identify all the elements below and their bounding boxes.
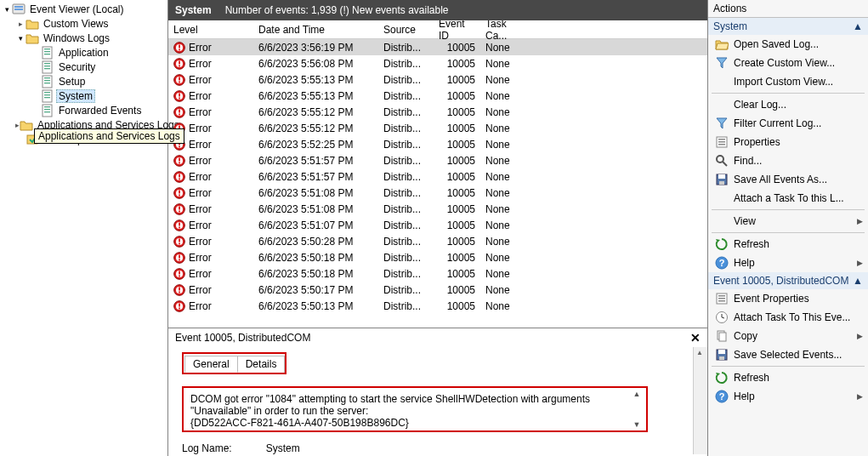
- tree-forwarded[interactable]: Forwarded Events: [0, 103, 167, 117]
- find-icon: [715, 154, 729, 168]
- log-header-bar: System Number of events: 1,939 (!) New e…: [168, 0, 707, 20]
- col-date[interactable]: Date and Time: [253, 21, 378, 38]
- detail-body: General Details DCOM got error "1084" at…: [168, 347, 707, 454]
- error-icon: [173, 187, 185, 199]
- tab-general[interactable]: General: [184, 356, 238, 373]
- center-pane: System Number of events: 1,939 (!) New e…: [168, 0, 708, 456]
- table-row[interactable]: Error6/6/2023 5:50:18 PMDistrib...10005N…: [168, 265, 707, 282]
- table-row[interactable]: Error6/6/2023 5:55:13 PMDistrib...10005N…: [168, 71, 707, 88]
- action-clear-log[interactable]: Clear Log...: [708, 95, 868, 114]
- action-help[interactable]: Help▶: [708, 254, 868, 272]
- table-row[interactable]: Error6/6/2023 5:55:13 PMDistrib...10005N…: [168, 88, 707, 104]
- help-icon: [715, 256, 729, 270]
- table-row[interactable]: Error6/6/2023 5:55:12 PMDistrib...10005N…: [168, 104, 707, 120]
- msg-line2: "Unavailable" in order to run the server…: [190, 405, 627, 417]
- actions-pane: Actions System▲ Open Saved Log... Create…: [708, 0, 868, 456]
- action-open-saved[interactable]: Open Saved Log...: [708, 35, 868, 54]
- action-save-selected[interactable]: Save Selected Events...: [708, 345, 868, 364]
- chevron-right-icon: ▶: [857, 259, 863, 267]
- col-source[interactable]: Source: [378, 21, 434, 38]
- tree-security[interactable]: Security: [0, 60, 167, 74]
- table-row[interactable]: Error6/6/2023 5:51:57 PMDistrib...10005N…: [168, 152, 707, 168]
- msg-scroll-down[interactable]: ▼: [631, 420, 643, 429]
- col-level[interactable]: Level: [168, 21, 253, 38]
- grid-body[interactable]: Error6/6/2023 3:56:19 PMDistrib...10005N…: [168, 39, 707, 328]
- save-icon: [715, 348, 729, 362]
- chevron-right-icon: ▶: [857, 217, 863, 225]
- chevron-right-icon: ▶: [857, 332, 863, 340]
- action-refresh-2[interactable]: Refresh: [708, 368, 868, 387]
- error-icon: [173, 219, 185, 231]
- error-icon: [173, 106, 185, 118]
- action-event-props[interactable]: Event Properties: [708, 289, 868, 308]
- action-create-custom[interactable]: Create Custom View...: [708, 54, 868, 72]
- error-icon: [173, 268, 185, 280]
- collapse-icon: ▲: [853, 275, 863, 287]
- table-row[interactable]: Error6/6/2023 5:51:08 PMDistrib...10005N…: [168, 201, 707, 217]
- error-icon: [173, 90, 185, 102]
- log-title: System: [175, 4, 212, 16]
- table-row[interactable]: Error6/6/2023 5:50:28 PMDistrib...10005N…: [168, 233, 707, 249]
- error-icon: [173, 74, 185, 86]
- action-attach-task-event[interactable]: Attach Task To This Eve...: [708, 308, 868, 327]
- tree-application[interactable]: Application: [0, 45, 167, 60]
- table-row[interactable]: Error6/6/2023 5:50:18 PMDistrib...10005N…: [168, 249, 707, 265]
- action-find[interactable]: Find...: [708, 151, 868, 170]
- event-count: Number of events: 1,939 (!) New events a…: [225, 4, 449, 16]
- error-icon: [173, 155, 185, 167]
- grid-header: Level Date and Time Source Event ID Task…: [168, 20, 707, 39]
- detail-header: Event 10005, DistributedCOM ✕: [168, 328, 707, 347]
- navigation-tree: Event Viewer (Local) Custom Views Window…: [0, 0, 168, 456]
- col-task[interactable]: Task Ca...: [480, 20, 531, 44]
- error-icon: [173, 236, 185, 248]
- table-row[interactable]: Error6/6/2023 5:51:08 PMDistrib...10005N…: [168, 185, 707, 201]
- table-row[interactable]: Error6/6/2023 5:56:08 PMDistrib...10005N…: [168, 55, 707, 71]
- tree-custom-views[interactable]: Custom Views: [0, 16, 167, 31]
- event-message: DCOM got error "1084" attempting to star…: [182, 386, 648, 432]
- table-row[interactable]: Error6/6/2023 5:55:12 PMDistrib...10005N…: [168, 120, 707, 136]
- action-filter-current[interactable]: Filter Current Log...: [708, 114, 868, 133]
- action-help-2[interactable]: Help▶: [708, 387, 868, 406]
- tree-windows-logs[interactable]: Windows Logs: [0, 31, 167, 45]
- action-properties[interactable]: Properties: [708, 133, 868, 151]
- log-name-value: System: [266, 442, 300, 454]
- properties-icon: [715, 135, 729, 149]
- funnel-icon: [715, 56, 729, 70]
- log-name-label: Log Name:: [182, 442, 232, 454]
- chevron-right-icon: ▶: [857, 392, 863, 401]
- col-eventid[interactable]: Event ID: [434, 20, 480, 44]
- msg-line1: DCOM got error "1084" attempting to star…: [190, 393, 627, 405]
- error-icon: [173, 171, 185, 183]
- actions-section-system[interactable]: System▲: [708, 18, 868, 35]
- table-row[interactable]: Error6/6/2023 5:52:25 PMDistrib...10005N…: [168, 136, 707, 152]
- collapse-icon: ▲: [853, 20, 863, 32]
- msg-line3: {DD522ACC-F821-461A-A407-50B198B896DC}: [190, 417, 627, 429]
- table-row[interactable]: Error6/6/2023 5:51:07 PMDistrib...10005N…: [168, 217, 707, 233]
- table-row[interactable]: Error6/6/2023 5:50:17 PMDistrib...10005N…: [168, 282, 707, 298]
- properties-icon: [715, 292, 729, 305]
- error-icon: [173, 300, 185, 312]
- refresh-icon: [715, 237, 729, 251]
- save-icon: [715, 173, 729, 186]
- action-attach-task[interactable]: Attach a Task To this L...: [708, 189, 868, 208]
- tree-root[interactable]: Event Viewer (Local): [0, 2, 167, 16]
- detail-scrollbar[interactable]: [693, 347, 707, 454]
- tree-setup[interactable]: Setup: [0, 74, 167, 88]
- action-refresh[interactable]: Refresh: [708, 235, 868, 254]
- table-row[interactable]: Error6/6/2023 5:51:57 PMDistrib...10005N…: [168, 168, 707, 185]
- error-icon: [173, 203, 185, 215]
- tree-system[interactable]: System: [0, 88, 167, 103]
- action-view[interactable]: View▶: [708, 212, 868, 231]
- msg-scroll-up[interactable]: ▲: [631, 390, 643, 398]
- action-import-custom[interactable]: Import Custom View...: [708, 72, 868, 91]
- error-icon: [173, 42, 185, 54]
- funnel-icon: [715, 117, 729, 130]
- error-icon: [173, 252, 185, 264]
- action-copy[interactable]: Copy▶: [708, 327, 868, 345]
- close-detail-button[interactable]: ✕: [690, 331, 701, 345]
- table-row[interactable]: Error6/6/2023 5:50:13 PMDistrib...10005N…: [168, 298, 707, 314]
- action-save-all[interactable]: Save All Events As...: [708, 170, 868, 189]
- tab-details[interactable]: Details: [237, 356, 286, 373]
- actions-section-event[interactable]: Event 10005, DistributedCOM▲: [708, 272, 868, 289]
- refresh-icon: [715, 371, 729, 385]
